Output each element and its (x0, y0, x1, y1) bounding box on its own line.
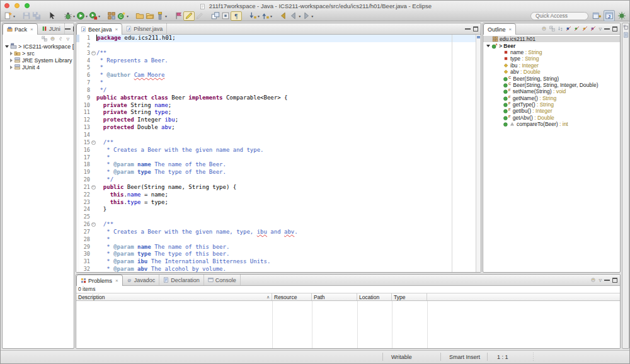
new-java-class-button[interactable]: C▾ (117, 11, 129, 21)
run-button[interactable]: ▾ (76, 11, 88, 21)
new-wizard-button[interactable]: ▾ (3, 11, 16, 21)
code-text[interactable] (96, 213, 481, 221)
code-text[interactable]: * Creates a Beer with the given name, ty… (96, 229, 481, 236)
search-button[interactable]: ▾ (155, 11, 168, 21)
forward-dropdown-icon[interactable]: ▾ (311, 14, 313, 18)
open-task-button[interactable] (135, 11, 145, 21)
code-text[interactable]: public Beer(String name, String type) { (96, 184, 481, 191)
code-text[interactable]: * (96, 64, 481, 72)
open-perspective-button[interactable] (592, 11, 602, 21)
code-text[interactable]: this.type = type; (96, 199, 481, 207)
code-line-28[interactable]: 28 * (76, 236, 481, 244)
outline-member-row[interactable]: FgetType() : String (483, 101, 620, 108)
code-line-13[interactable]: 13 protected Double abv; (76, 124, 481, 132)
code-line-14[interactable]: 14 (76, 132, 481, 139)
code-line-31[interactable]: 31 * @param ibu The International Bitter… (76, 258, 481, 266)
code-line-10[interactable]: 10 private String name; (76, 102, 481, 110)
column-header-location[interactable]: Location (357, 293, 392, 300)
code-line-16[interactable]: 16 * Creates a Beer with the given name … (76, 147, 481, 154)
code-text[interactable]: * (96, 236, 481, 244)
column-header-type[interactable]: Type (392, 293, 427, 300)
code-line-4[interactable]: 4 * Represents a Beer. (76, 57, 481, 65)
expander-icon[interactable] (5, 45, 9, 48)
tree-item-jre[interactable]: JRE System Library [Java (3, 57, 74, 64)
explorer-minimize-button[interactable] (65, 28, 71, 30)
outline-class-row[interactable]: A> Beer (483, 42, 620, 48)
problems-tab-console[interactable]: Console (204, 275, 241, 285)
outline-member-row[interactable]: CBeer(String, String) (483, 75, 620, 81)
problems-focus-task-icon[interactable] (590, 277, 596, 283)
close-tab-icon[interactable]: × (509, 26, 512, 32)
code-line-12[interactable]: 12 protected Integer ibu; (76, 117, 481, 124)
outline-focus-task-icon[interactable] (541, 26, 547, 31)
outline-member-row[interactable]: type : String (483, 55, 620, 62)
back-dropdown-icon[interactable]: ▾ (299, 14, 301, 18)
code-line-15[interactable]: 15− /** (76, 139, 481, 147)
outline-package-row[interactable]: edu.ics211.h01 (483, 36, 620, 42)
outline-sort-az-icon[interactable]: az (558, 26, 563, 31)
link-with-editor-button[interactable] (210, 11, 220, 21)
show-whitespace-button[interactable]: ¶ (231, 11, 242, 21)
code-line-19[interactable]: 19 * @param type The type of the Beer. (76, 169, 481, 176)
code-text[interactable]: /** (96, 221, 481, 229)
fold-marker-icon[interactable]: − (91, 140, 96, 145)
code-text[interactable]: * @param type The type of the Beer. (96, 169, 481, 176)
outline-member-row[interactable]: FgetIbu() : Integer (483, 108, 620, 114)
tree-item-ics211workspace[interactable]: > ICS211-workspace [ICS21 (3, 43, 74, 50)
problems-minimize-button[interactable] (604, 279, 610, 281)
new-java-class-dropdown-icon[interactable]: ▾ (127, 14, 129, 18)
problems-tab-javadoc[interactable]: @Javadoc (123, 275, 160, 285)
code-text[interactable]: * @param abv The alcohol by volume. (96, 266, 481, 273)
explorer-toolbar-focus-task-icon[interactable] (50, 36, 55, 42)
code-text[interactable]: package edu.ics211.h01; (96, 35, 481, 42)
java-perspective-button[interactable]: J (604, 10, 615, 21)
explorer-tab-pack[interactable]: Pack× (3, 23, 38, 35)
code-line-32[interactable]: 32 * @param abv The alcohol by volume. (76, 266, 481, 273)
new-wizard-dropdown-icon[interactable]: ▾ (13, 14, 15, 18)
code-text[interactable]: protected Integer ibu; (96, 117, 481, 124)
editor-tab-pilsner-java[interactable]: JPilsner.java (122, 23, 167, 34)
code-line-20[interactable]: 20 */ (76, 176, 481, 184)
column-header-path[interactable]: Path (312, 293, 357, 300)
expander-icon[interactable] (10, 52, 13, 55)
tree-item-junit[interactable]: JUnit 4 (3, 64, 74, 71)
code-line-22[interactable]: 22 this.name = name; (76, 191, 481, 199)
outline-member-row[interactable]: FgetAbv() : Double (483, 115, 620, 121)
previous-annotation-dropdown-icon[interactable]: ▾ (270, 14, 272, 18)
outline-collapse-all-icon[interactable] (549, 26, 555, 31)
mark-occurrences-button[interactable] (183, 11, 195, 21)
next-annotation-dropdown-icon[interactable]: ▾ (258, 14, 260, 18)
editor-tab-beer-java[interactable]: JBeer.java× (76, 23, 122, 35)
code-line-5[interactable]: 5 * (76, 64, 481, 72)
other-perspective-button[interactable] (617, 11, 627, 21)
code-text[interactable]: * Represents a Beer. (96, 57, 481, 65)
minimized-view-icon[interactable] (623, 32, 629, 38)
code-text[interactable]: public abstract class Beer implements Co… (96, 94, 481, 102)
debug-button[interactable]: ▾ (63, 11, 76, 21)
explorer-toolbar-view-menu-icon[interactable]: ▽ (66, 37, 69, 41)
run-dropdown-icon[interactable]: ▾ (86, 14, 88, 18)
code-text[interactable]: */ (96, 176, 481, 184)
outline-member-row[interactable]: FgetName() : String (483, 95, 620, 101)
code-text[interactable]: * (96, 79, 481, 87)
last-edit-location-button[interactable] (278, 11, 289, 21)
outline-maximize-button[interactable] (612, 26, 617, 31)
problems-tab-problems[interactable]: Problems× (76, 275, 123, 286)
code-line-1[interactable]: 1package edu.ics211.h01; (76, 35, 481, 42)
show-selected-element-button[interactable] (220, 11, 231, 21)
outline-member-row[interactable]: CBeer(String, String, Integer, Double) (483, 82, 620, 88)
code-text[interactable]: this.name = name; (96, 191, 481, 199)
explorer-toolbar-collapse-all-icon[interactable] (42, 36, 47, 42)
code-line-2[interactable]: 2 (76, 42, 481, 50)
expander-icon[interactable] (10, 59, 13, 62)
outline-member-row[interactable]: name : String (483, 49, 620, 55)
close-tab-icon[interactable]: × (30, 26, 33, 32)
search-dropdown-icon[interactable]: ▾ (165, 14, 167, 18)
outline-member-row[interactable]: compareTo(Beer) : int (483, 121, 620, 127)
back-button[interactable]: ▾ (289, 11, 301, 21)
code-text[interactable]: * @param name The name of the Beer. (96, 161, 481, 169)
code-line-17[interactable]: 17 * (76, 154, 481, 162)
code-line-3[interactable]: 3−/** (76, 50, 481, 57)
problems-table-body[interactable] (76, 301, 620, 349)
code-text[interactable]: } (96, 206, 481, 213)
